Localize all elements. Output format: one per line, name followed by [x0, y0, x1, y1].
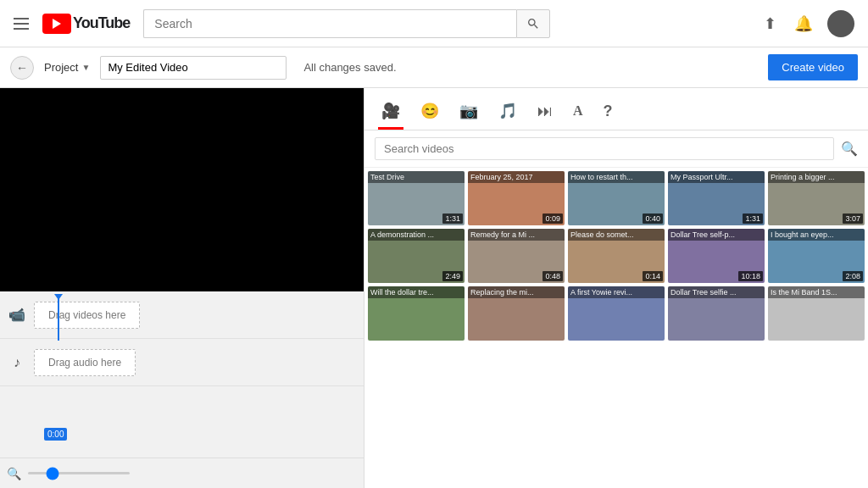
- search-videos-input[interactable]: [375, 137, 834, 160]
- video-thumb-0[interactable]: Test Drive1:31: [368, 171, 465, 225]
- video-drop-zone[interactable]: Drag videos here: [34, 302, 140, 329]
- video-preview: [0, 88, 364, 291]
- tab-transitions[interactable]: ⏭: [534, 96, 556, 130]
- video-duration-6: 0:48: [542, 271, 563, 281]
- tab-emoji[interactable]: 😊: [417, 95, 442, 130]
- tab-photo[interactable]: 📷: [456, 95, 481, 130]
- video-thumb-4[interactable]: Printing a bigger ...3:07: [768, 171, 865, 225]
- yt-logo-icon: [42, 14, 71, 34]
- video-thumb-5[interactable]: A demonstration ...2:49: [368, 229, 465, 283]
- video-title-11: Replacing the mi...: [468, 286, 565, 298]
- video-title-input[interactable]: [100, 56, 287, 80]
- video-duration-8: 10:18: [738, 271, 763, 281]
- avatar[interactable]: [827, 10, 854, 37]
- video-title-12: A first Yowie revi...: [568, 286, 665, 298]
- timeline-bottom: 🔍: [0, 458, 364, 488]
- search-button[interactable]: [516, 9, 550, 38]
- upload-icon[interactable]: ⬆: [760, 14, 780, 34]
- video-title-3: My Passport Ultr...: [668, 171, 765, 183]
- saved-status: All changes saved.: [303, 61, 396, 74]
- video-thumb-6[interactable]: Remedy for a Mi ...0:48: [468, 229, 565, 283]
- zoom-icon: 🔍: [7, 467, 21, 480]
- left-panel: 📹 Drag videos here ♪ Drag audio here 0:0…: [0, 88, 364, 488]
- tab-help[interactable]: ?: [600, 96, 616, 130]
- video-thumb-11[interactable]: Replacing the mi...: [468, 286, 565, 341]
- tab-text[interactable]: A: [570, 97, 587, 128]
- video-title-4: Printing a bigger ...: [768, 171, 865, 183]
- video-title-1: February 25, 2017: [468, 171, 565, 183]
- search-input[interactable]: [143, 9, 516, 38]
- video-track-icon: 📹: [7, 307, 27, 323]
- video-title-9: I bought an eyep...: [768, 229, 865, 241]
- video-title-8: Dollar Tree self-p...: [668, 229, 765, 241]
- video-duration-9: 2:08: [843, 271, 863, 281]
- video-title-10: Will the dollar tre...: [368, 286, 465, 298]
- video-thumb-7[interactable]: Please do somet...0:14: [568, 229, 665, 283]
- zoom-slider[interactable]: [28, 472, 130, 474]
- video-title-13: Dollar Tree selfie ...: [668, 286, 765, 298]
- audio-drop-zone[interactable]: Drag audio here: [34, 349, 136, 376]
- video-duration-7: 0:14: [643, 271, 663, 281]
- video-duration-5: 2:49: [442, 271, 463, 281]
- youtube-logo: YouTube: [42, 14, 130, 34]
- timeline-area: 📹 Drag videos here ♪ Drag audio here 0:0…: [0, 291, 364, 488]
- video-thumb-12[interactable]: A first Yowie revi...: [568, 286, 665, 341]
- notifications-icon[interactable]: 🔔: [793, 14, 814, 34]
- top-nav: YouTube ⬆ 🔔: [0, 0, 868, 47]
- project-arrow-icon: ▼: [81, 63, 90, 72]
- audio-track: ♪ Drag audio here: [0, 339, 364, 386]
- video-track: 📹 Drag videos here: [0, 291, 364, 339]
- video-thumb-3[interactable]: My Passport Ultr...1:31: [668, 171, 765, 225]
- videos-grid: Test Drive1:31February 25, 20170:09How t…: [364, 168, 868, 488]
- create-video-button[interactable]: Create video: [768, 54, 858, 80]
- media-tabs: 🎥 😊 📷 🎵 ⏭ A ?: [364, 88, 868, 130]
- right-panel: 🎥 😊 📷 🎵 ⏭ A ? 🔍 Test Drive1:31February 2…: [364, 88, 868, 488]
- video-duration-0: 1:31: [442, 214, 463, 224]
- video-thumb-10[interactable]: Will the dollar tre...: [368, 286, 465, 341]
- timeline-marker: [58, 298, 59, 341]
- video-title-5: A demonstration ...: [368, 229, 465, 241]
- search-videos-icon[interactable]: 🔍: [841, 141, 858, 157]
- video-thumb-8[interactable]: Dollar Tree self-p...10:18: [668, 229, 765, 283]
- video-title-14: Is the Mi Band 1S...: [768, 286, 865, 298]
- video-thumb-14[interactable]: Is the Mi Band 1S...: [768, 286, 865, 341]
- video-thumb-9[interactable]: I bought an eyep...2:08: [768, 229, 865, 283]
- video-title-6: Remedy for a Mi ...: [468, 229, 565, 241]
- toolbar: ← Project ▼ All changes saved. Create vi…: [0, 47, 868, 88]
- video-duration-1: 0:09: [542, 214, 563, 224]
- video-thumb-1[interactable]: February 25, 20170:09: [468, 171, 565, 225]
- nav-right: ⬆ 🔔: [760, 10, 854, 37]
- project-dropdown[interactable]: Project ▼: [44, 61, 90, 74]
- video-duration-3: 1:31: [743, 214, 763, 224]
- menu-icon[interactable]: [14, 18, 29, 30]
- project-label: Project: [44, 61, 78, 74]
- search-bar: [143, 9, 550, 38]
- video-thumb-2[interactable]: How to restart th...0:40: [568, 171, 665, 225]
- video-title-7: Please do somet...: [568, 229, 665, 241]
- video-duration-4: 3:07: [843, 214, 863, 224]
- main-content: 📹 Drag videos here ♪ Drag audio here 0:0…: [0, 88, 868, 488]
- video-duration-2: 0:40: [643, 214, 663, 224]
- audio-track-icon: ♪: [7, 355, 27, 370]
- video-title-0: Test Drive: [368, 171, 465, 183]
- video-thumb-13[interactable]: Dollar Tree selfie ...: [668, 286, 765, 341]
- video-title-2: How to restart th...: [568, 171, 665, 183]
- search-icon: [526, 17, 540, 30]
- tab-video[interactable]: 🎥: [378, 95, 403, 130]
- tab-music[interactable]: 🎵: [495, 95, 520, 130]
- time-label: 0:00: [44, 428, 67, 441]
- yt-logo-text: YouTube: [73, 14, 130, 32]
- search-videos-bar: 🔍: [364, 130, 868, 168]
- back-button[interactable]: ←: [10, 56, 34, 80]
